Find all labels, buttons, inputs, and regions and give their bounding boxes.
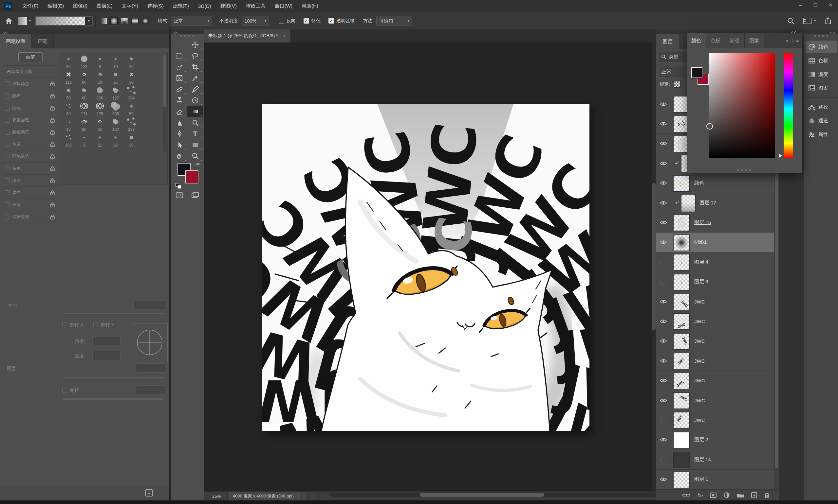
layer-visibility[interactable] <box>656 470 671 489</box>
layer-style-icon[interactable]: fx▾ <box>698 492 703 498</box>
layer-visibility[interactable] <box>656 371 671 391</box>
menu-item-帮助(H)[interactable]: 帮助(H) <box>297 0 323 12</box>
angle-input[interactable] <box>92 336 120 345</box>
link-layers-icon[interactable] <box>682 493 690 498</box>
brush-tip-175[interactable]: 175 <box>92 101 108 116</box>
status-back-arrow[interactable]: 〈 <box>310 493 314 499</box>
layer-thumbnail[interactable] <box>673 452 690 468</box>
brush-tool[interactable] <box>187 84 203 95</box>
eye-off-box[interactable] <box>661 417 666 423</box>
menu-item-增效工具[interactable]: 增效工具 <box>241 0 270 12</box>
layer-row[interactable]: JWCJWC <box>656 311 774 331</box>
type-tool[interactable]: T <box>187 128 203 139</box>
eye-icon[interactable] <box>660 299 667 304</box>
spacing-slider[interactable] <box>63 398 163 400</box>
method-select[interactable]: 可感知▾ <box>376 16 412 26</box>
layer-visibility[interactable] <box>656 193 671 213</box>
eye-icon[interactable] <box>660 319 667 324</box>
layer-name[interactable]: JWC <box>694 331 705 351</box>
dock-item-路径[interactable]: 路径 <box>806 101 837 113</box>
layer-name[interactable]: JWC <box>694 311 705 331</box>
checkbox-透明区域[interactable]: ✓透明区域 <box>328 18 355 24</box>
brush-tip-25[interactable]: 25 <box>108 69 123 85</box>
eye-icon[interactable] <box>660 161 667 166</box>
layer-visibility[interactable] <box>656 94 671 114</box>
new-layer-icon[interactable] <box>751 492 757 498</box>
layer-visibility[interactable] <box>656 391 671 410</box>
adjustment-layer-icon[interactable] <box>724 492 730 498</box>
brush-tip-80[interactable]: 80 <box>76 116 92 132</box>
hue-strip[interactable] <box>784 53 793 158</box>
layer-row[interactable]: JWCJWC <box>656 410 774 430</box>
layer-name[interactable]: 图层 3 <box>694 272 708 292</box>
layer-row[interactable]: 图层 3 <box>656 272 774 292</box>
tab-close-icon[interactable]: × <box>283 33 286 39</box>
layer-row[interactable]: JWCJWC <box>656 292 774 312</box>
layer-visibility[interactable] <box>656 331 671 351</box>
brush-tip-123[interactable]: 123 <box>76 53 92 69</box>
hardness-slider[interactable] <box>63 377 163 378</box>
tab-layers[interactable]: 图层 <box>656 34 679 49</box>
stamp-tool[interactable] <box>172 95 187 106</box>
brush-setting-杂色[interactable]: 杂色 <box>3 163 57 175</box>
document-tab[interactable]: 未标题-1 @ 25% (阴影1, RGB/8) * × <box>204 30 291 42</box>
eye-icon[interactable] <box>660 200 667 205</box>
spacing-input[interactable] <box>136 385 165 394</box>
layer-visibility[interactable] <box>656 134 671 154</box>
shape-tool[interactable] <box>187 139 203 150</box>
gradient-preview-dropdown[interactable]: ▾ <box>35 16 93 25</box>
share-icon[interactable] <box>824 17 832 24</box>
gradient-type-reflected[interactable] <box>130 16 140 25</box>
layer-visibility[interactable] <box>656 233 671 252</box>
brush-setting-建立[interactable]: 建立 <box>3 187 57 199</box>
layer-name[interactable]: 图层 15 <box>694 213 711 232</box>
eye-off-box[interactable] <box>661 259 666 265</box>
background-color-swatch[interactable] <box>185 170 199 183</box>
minimize-button[interactable]: – <box>793 0 808 10</box>
roundness-input[interactable] <box>92 351 120 360</box>
layer-name[interactable]: 图层 4 <box>694 252 708 272</box>
layer-visibility[interactable] <box>656 213 671 232</box>
move-tool[interactable] <box>187 39 203 50</box>
layer-name[interactable]: JWC <box>694 391 705 410</box>
tool-preset-picker[interactable]: ▾ <box>18 17 31 25</box>
hue-slider-arrow[interactable] <box>779 154 782 158</box>
layer-row[interactable]: 颜色 <box>656 173 774 193</box>
layer-name[interactable]: 图层 17 <box>700 193 716 213</box>
search-icon[interactable] <box>787 17 794 24</box>
brushes-button[interactable]: 画笔 <box>18 52 42 62</box>
brush-setting-保护纹理[interactable]: 保护纹理 <box>3 211 57 223</box>
layer-thumbnail[interactable]: JWC <box>673 333 690 349</box>
brush-tip-174[interactable]: 174 <box>76 101 92 116</box>
healing-tool[interactable] <box>172 84 187 95</box>
brush-angle-widget[interactable] <box>132 323 168 362</box>
canvas[interactable]: JWCJWCJWCJWCJWCJWCJWCJWCJWCJWCJWCJWCJWCJ… <box>262 104 589 431</box>
eye-off-box[interactable] <box>661 456 666 463</box>
canvas-vertical-scrollbar[interactable] <box>652 42 656 491</box>
eye-off-box[interactable] <box>661 279 666 285</box>
menu-item-文字(Y)[interactable]: 文字(Y) <box>117 0 143 12</box>
brush-tip-30[interactable]: 30 <box>123 69 139 85</box>
eye-icon[interactable] <box>660 102 667 107</box>
menu-item-图层(L)[interactable]: 图层(L) <box>92 0 117 12</box>
layer-name[interactable]: JWC <box>694 410 705 430</box>
maximize-button[interactable]: ❐ <box>808 0 823 10</box>
eraser-tool[interactable] <box>172 106 187 117</box>
layer-visibility[interactable] <box>656 430 671 450</box>
brush-setting-平滑[interactable]: 平滑 <box>3 199 57 211</box>
brush-setting-颜色动态[interactable]: 颜色动态 <box>3 126 57 138</box>
screen-mode-button[interactable] <box>187 190 203 200</box>
layer-visibility[interactable] <box>656 450 671 469</box>
crop-tool[interactable] <box>187 61 203 73</box>
gradient-type-diamond[interactable] <box>140 16 150 25</box>
layer-row[interactable]: 图层 2 <box>656 430 774 450</box>
opacity-select[interactable]: 100%▾ <box>242 16 269 26</box>
hardness-input[interactable] <box>136 363 165 373</box>
layer-row[interactable]: 图层 15 <box>656 213 774 233</box>
eye-icon[interactable] <box>660 378 667 383</box>
menu-item-3D(D)[interactable]: 3D(D) <box>193 0 216 12</box>
quick-mask-button[interactable] <box>172 190 187 200</box>
dock-item-属性[interactable]: 属性 <box>806 128 837 141</box>
checkbox-反向[interactable]: 反向 <box>279 18 296 24</box>
brush-tip-283[interactable]: 283 <box>123 116 139 132</box>
